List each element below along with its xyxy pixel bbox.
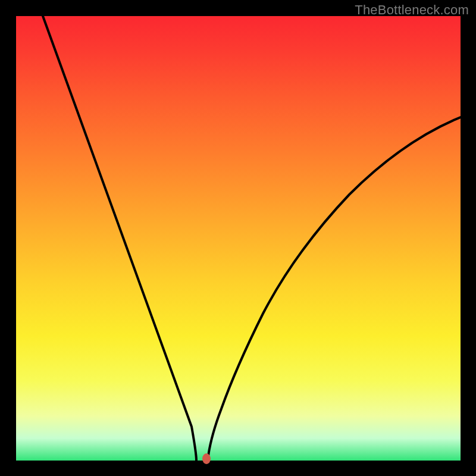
gradient-background xyxy=(16,16,461,461)
chart-frame xyxy=(16,16,461,461)
minimum-marker-dot xyxy=(202,453,211,464)
